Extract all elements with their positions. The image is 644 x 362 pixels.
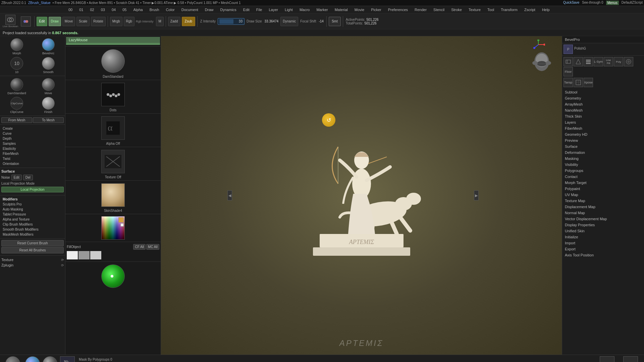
right-geometry-hd[interactable]: Geometry HD bbox=[562, 131, 644, 137]
damstandard-circle[interactable] bbox=[101, 49, 125, 73]
right-visibility[interactable]: Visibility bbox=[562, 162, 644, 168]
viewport[interactable]: ΑΡΤΕΜΙΣ bbox=[161, 36, 562, 355]
finish-brush[interactable]: Finish bbox=[33, 96, 64, 114]
edit-btn[interactable]: Edit bbox=[37, 17, 47, 26]
clipcurve-brush[interactable]: ClipCurve ClipCurve bbox=[1, 96, 32, 114]
damstandard-brush[interactable]: DamStandard bbox=[1, 77, 32, 96]
right-masking[interactable]: Masking bbox=[562, 156, 644, 162]
geometry-icon-btn[interactable] bbox=[574, 57, 583, 66]
maskmesh-option[interactable]: MaskMesh Modifiers bbox=[1, 232, 64, 237]
menu-tool[interactable]: Tool bbox=[486, 7, 495, 12]
menu-alpha[interactable]: Alpha bbox=[132, 7, 144, 12]
bevelarc-brush[interactable]: BevelArc bbox=[33, 38, 64, 56]
modifiers-option[interactable]: Modifiers bbox=[1, 197, 64, 202]
orientation-option[interactable]: Orientation bbox=[1, 161, 64, 166]
right-display-properties[interactable]: Display Properties bbox=[562, 222, 644, 228]
fibermesh-option[interactable]: FiberMesh bbox=[1, 151, 64, 156]
right-fibermesh[interactable]: FiberMesh bbox=[562, 125, 644, 131]
nav-arrow-right[interactable]: ▶ bbox=[474, 190, 479, 200]
lazymouse-tab[interactable]: LazyMouse bbox=[66, 37, 160, 43]
skinshade-display[interactable] bbox=[101, 183, 125, 207]
nav-arrow-left[interactable]: ◀ bbox=[227, 190, 232, 200]
yellow-circle[interactable]: ↺ bbox=[322, 113, 335, 127]
menu-movie[interactable]: Movie bbox=[353, 7, 366, 12]
cf-all-btn[interactable]: CF All bbox=[133, 244, 146, 250]
dynamic-btn[interactable]: Dynamic bbox=[280, 17, 298, 26]
menu-marker[interactable]: Marker bbox=[315, 7, 329, 12]
poly-icon-btn[interactable]: Poly bbox=[614, 57, 623, 66]
right-export[interactable]: Export bbox=[562, 246, 644, 252]
transp-icon-btn[interactable] bbox=[624, 57, 633, 66]
smooth-brush-option[interactable]: Smooth Brush Modifiers bbox=[1, 227, 64, 232]
mc-all-btn[interactable]: MC All bbox=[146, 244, 159, 250]
right-polygroups[interactable]: Polygroups bbox=[562, 168, 644, 174]
menu-stroke[interactable]: Stroke bbox=[450, 7, 463, 12]
menu-04[interactable]: 04 bbox=[110, 7, 117, 12]
right-morph-target[interactable]: Morph Target bbox=[562, 180, 644, 186]
right-deformation[interactable]: Deformation bbox=[562, 149, 644, 156]
menu-document[interactable]: Document bbox=[180, 7, 200, 12]
menu-05[interactable]: 05 bbox=[121, 7, 128, 12]
menu-preferences[interactable]: Preferences bbox=[387, 7, 409, 12]
layers-icon-btn[interactable] bbox=[584, 57, 593, 66]
elasticity-option[interactable]: Elasticity bbox=[1, 146, 64, 151]
from-mesh-btn[interactable]: From Mesh bbox=[1, 117, 32, 123]
alpha-texture-option[interactable]: Alpha and Texture bbox=[1, 217, 64, 222]
right-normal-map[interactable]: Normal Map bbox=[562, 210, 644, 216]
brush-number[interactable]: 10 10 bbox=[1, 56, 32, 74]
menu-stencil[interactable]: Stencil bbox=[432, 7, 446, 12]
menu-material[interactable]: Material bbox=[333, 7, 349, 12]
projection-btn[interactable]: Local Projection bbox=[1, 187, 64, 192]
quicksave-btn[interactable]: QuickSave bbox=[563, 1, 579, 5]
right-displacement-map[interactable]: Displacement Map bbox=[562, 204, 644, 210]
swatch-white[interactable] bbox=[67, 251, 78, 259]
right-preview[interactable]: Preview bbox=[562, 137, 644, 143]
right-layers[interactable]: Layers bbox=[562, 119, 644, 125]
menu-file[interactable]: File bbox=[255, 7, 264, 12]
twist-option[interactable]: Twist bbox=[1, 156, 64, 161]
subtool-icon-btn[interactable] bbox=[564, 57, 573, 66]
green-preview[interactable] bbox=[101, 264, 125, 288]
curve-option[interactable]: Curve bbox=[1, 131, 64, 136]
move-brush[interactable]: Move bbox=[33, 77, 64, 96]
create-option[interactable]: Create bbox=[1, 126, 64, 131]
menu-02[interactable]: 02 bbox=[89, 7, 96, 12]
sym-icon-btn[interactable]: L-Sym bbox=[594, 57, 603, 66]
live-boolean-btn[interactable] bbox=[5, 15, 15, 25]
scale-btn[interactable]: Scale bbox=[76, 17, 90, 26]
right-unified-skin[interactable]: Unified Skin bbox=[562, 228, 644, 234]
to-mesh-btn[interactable]: To Mesh bbox=[33, 117, 64, 123]
menus-btn[interactable]: Menus bbox=[606, 1, 619, 5]
menu-layer[interactable]: Layer bbox=[268, 7, 280, 12]
menu-texture[interactable]: Texture bbox=[467, 7, 482, 12]
mrgb-btn[interactable]: Mrgb bbox=[110, 17, 122, 26]
menu-edit[interactable]: Edit bbox=[242, 7, 251, 12]
see-through[interactable]: See-through 0 bbox=[582, 1, 603, 5]
script-btn[interactable]: DefaultZScript bbox=[622, 1, 643, 5]
right-arraymesh[interactable]: ArrayMesh bbox=[562, 101, 644, 107]
move-btn[interactable]: Move bbox=[62, 17, 75, 26]
polishg-btn[interactable]: P bbox=[564, 45, 573, 54]
m-btn[interactable]: M bbox=[156, 17, 163, 26]
curve-snap-tool[interactable]: CurvSnapSnap bbox=[597, 356, 618, 362]
menu-render[interactable]: Render bbox=[413, 7, 428, 12]
right-thick-skin[interactable]: Thick Skin bbox=[562, 113, 644, 119]
smooth-brush[interactable]: Smooth bbox=[33, 56, 64, 74]
right-texture-map[interactable]: Texture Map bbox=[562, 198, 644, 204]
menu-help[interactable]: Help bbox=[541, 7, 551, 12]
surface-del-btn[interactable]: Del bbox=[23, 175, 33, 180]
color-picker[interactable] bbox=[101, 216, 125, 240]
right-surface[interactable]: Surface bbox=[562, 143, 644, 149]
sculptris-pro-option[interactable]: Sculptris Pro bbox=[1, 202, 64, 207]
texture-label[interactable]: Texture bbox=[1, 258, 13, 262]
right-subtool[interactable]: Subtool bbox=[562, 89, 644, 95]
menu-01[interactable]: 01 bbox=[78, 7, 85, 12]
right-polypaint[interactable]: Polypaint bbox=[562, 186, 644, 192]
smt-btn[interactable]: Smt bbox=[329, 17, 341, 26]
menu-brush[interactable]: Brush bbox=[148, 7, 161, 12]
right-nanomesh[interactable]: NanoMesh bbox=[562, 107, 644, 113]
alpha-display[interactable]: α bbox=[101, 116, 125, 140]
menu-draw[interactable]: Draw bbox=[204, 7, 215, 12]
right-initialize[interactable]: Initialize bbox=[562, 234, 644, 240]
texture-display[interactable] bbox=[101, 150, 125, 173]
